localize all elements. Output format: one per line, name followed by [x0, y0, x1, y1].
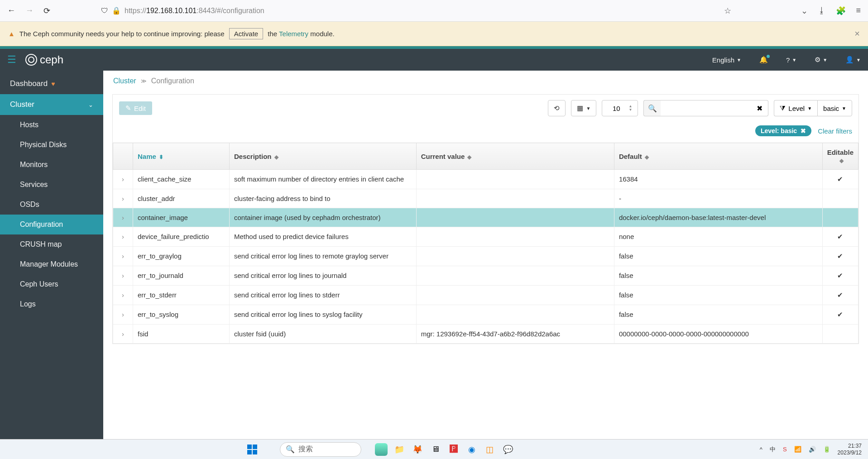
expand-row-icon[interactable]: ›	[113, 208, 133, 227]
cell-default: docker.io/ceph/daemon-base:latest-master…	[614, 208, 822, 227]
expand-row-icon[interactable]: ›	[113, 227, 133, 247]
sidebar-item-dashboard[interactable]: Dashboard♥	[0, 73, 103, 94]
cell-current	[416, 305, 614, 325]
funnel-icon: ⧩	[780, 104, 786, 112]
help-icon[interactable]: ?▼	[786, 56, 796, 64]
ceph-logo-icon	[25, 54, 37, 66]
warning-icon: ▲	[8, 30, 15, 38]
table-row[interactable]: ›err_to_syslogsend critical error log li…	[113, 305, 858, 325]
cell-current	[416, 170, 614, 189]
expand-row-icon[interactable]: ›	[113, 189, 133, 208]
sidebar-item-monitors[interactable]: Monitors	[0, 155, 103, 175]
sidebar-item-hosts[interactable]: Hosts	[0, 115, 103, 135]
expand-row-icon[interactable]: ›	[113, 286, 133, 305]
spinner-icon[interactable]: ▲▼	[628, 105, 632, 112]
table-row[interactable]: ›container_imagecontainer image (used by…	[113, 208, 858, 227]
config-panel: ✎ Edit ⟲ ▦▼ ▲▼ 🔍	[112, 94, 859, 344]
breadcrumb-cluster[interactable]: Cluster	[113, 77, 136, 85]
table-row[interactable]: ›device_failure_predictioMethod used to …	[113, 227, 858, 247]
cell-name: client_cache_size	[133, 170, 230, 189]
refresh-icon: ⟲	[554, 104, 560, 112]
brand-text: ceph	[40, 53, 63, 66]
remove-filter-icon[interactable]: ✖	[801, 127, 806, 134]
cell-editable: ✔	[822, 305, 858, 325]
cell-current	[416, 189, 614, 208]
sidebar-item-logs[interactable]: Logs	[0, 294, 103, 314]
expand-row-icon[interactable]: ›	[113, 247, 133, 266]
cell-description: cluster-facing address to bind to	[229, 189, 416, 208]
cell-editable	[822, 325, 858, 344]
expand-row-icon[interactable]: ›	[113, 305, 133, 325]
hamburger-icon[interactable]: ☰	[7, 54, 16, 66]
star-icon[interactable]: ☆	[724, 6, 731, 16]
col-description[interactable]: Description◆	[229, 143, 416, 170]
table-row[interactable]: ›err_to_journaldsend critical error log …	[113, 266, 858, 286]
col-current[interactable]: Current value◆	[416, 143, 614, 170]
reload-icon[interactable]: ⟳	[43, 6, 50, 16]
expand-row-icon[interactable]: ›	[113, 325, 133, 344]
notifications-icon[interactable]: 🔔	[759, 56, 768, 64]
cell-description: soft maximum number of directory entries…	[229, 170, 416, 189]
downloads-icon[interactable]: ⭳	[818, 6, 826, 15]
expand-row-icon[interactable]: ›	[113, 266, 133, 286]
level-label-button[interactable]: ⧩ Level ▼	[774, 100, 817, 116]
language-selector[interactable]: English▼	[712, 56, 741, 64]
page-size-input[interactable]: ▲▼	[602, 100, 638, 116]
cell-current	[416, 247, 614, 266]
close-icon[interactable]: ×	[854, 29, 860, 39]
page-size-field[interactable]	[608, 105, 625, 112]
menu-icon[interactable]: ≡	[856, 6, 861, 15]
telemetry-link[interactable]: Telemetry	[279, 30, 308, 38]
cell-current	[416, 227, 614, 247]
url-bar[interactable]: 🛡 🔒 https://192.168.10.101:8443/#/config…	[56, 6, 719, 15]
active-filters: Level: basic ✖ Clear filters	[113, 122, 858, 143]
cell-editable	[822, 208, 858, 227]
sidebar-item-configuration[interactable]: Configuration	[0, 215, 103, 234]
sidebar-item-services[interactable]: Services	[0, 175, 103, 195]
refresh-button[interactable]: ⟲	[548, 100, 566, 116]
cell-name: err_to_graylog	[133, 247, 230, 266]
clear-search-button[interactable]: ✖	[751, 100, 768, 116]
table-row[interactable]: ›fsidcluster fsid (uuid)mgr: 1293692e-ff…	[113, 325, 858, 344]
col-name[interactable]: Name⬍	[133, 143, 230, 170]
cell-name: err_to_syslog	[133, 305, 230, 325]
level-value-button[interactable]: basic ▼	[817, 100, 852, 116]
sidebar-item-cluster[interactable]: Cluster ⌄	[0, 94, 103, 115]
sidebar-item-osds[interactable]: OSDs	[0, 195, 103, 215]
brand-logo[interactable]: ceph	[25, 53, 63, 66]
table-row[interactable]: ›client_cache_sizesoft maximum number of…	[113, 170, 858, 189]
table-row[interactable]: ›cluster_addrcluster-facing address to b…	[113, 189, 858, 208]
cell-description: send critical error log lines to syslog …	[229, 305, 416, 325]
user-icon[interactable]: 👤▼	[845, 56, 861, 64]
columns-button[interactable]: ▦▼	[571, 100, 596, 116]
cell-name: device_failure_predictio	[133, 227, 230, 247]
cell-editable: ✔	[822, 266, 858, 286]
back-icon[interactable]: ←	[7, 6, 15, 15]
cell-current	[416, 266, 614, 286]
cell-default: none	[614, 227, 822, 247]
edit-button: ✎ Edit	[119, 101, 152, 115]
sidebar-item-physical-disks[interactable]: Physical Disks	[0, 135, 103, 155]
gear-icon[interactable]: ⚙▼	[815, 56, 827, 64]
sidebar-item-crush-map[interactable]: CRUSH map	[0, 234, 103, 254]
cell-default: false	[614, 286, 822, 305]
pocket-icon[interactable]: ⌄	[801, 6, 808, 16]
breadcrumb: Cluster ≫ Configuration	[103, 71, 868, 91]
col-default[interactable]: Default◆	[614, 143, 822, 170]
shield-icon[interactable]: 🛡	[101, 7, 108, 15]
pencil-icon: ✎	[125, 104, 131, 112]
expand-row-icon[interactable]: ›	[113, 170, 133, 189]
extensions-icon[interactable]: 🧩	[836, 6, 846, 16]
table-row[interactable]: ›err_to_stderrsend critical error log li…	[113, 286, 858, 305]
sidebar-item-manager-modules[interactable]: Manager Modules	[0, 254, 103, 274]
sidebar-item-ceph-users[interactable]: Ceph Users	[0, 274, 103, 294]
clear-filters-link[interactable]: Clear filters	[818, 127, 852, 135]
lock-icon[interactable]: 🔒	[112, 6, 121, 15]
heartbeat-icon: ♥	[51, 80, 55, 87]
search-input[interactable]	[661, 100, 751, 116]
url-text: https://192.168.10.101:8443/#/configurat…	[125, 7, 264, 15]
table-row[interactable]: ›err_to_graylogsend critical error log l…	[113, 247, 858, 266]
config-table: Name⬍ Description◆ Current value◆ Defaul…	[113, 143, 858, 344]
col-editable[interactable]: Editable◆	[822, 143, 858, 170]
activate-button[interactable]: Activate	[229, 28, 263, 39]
